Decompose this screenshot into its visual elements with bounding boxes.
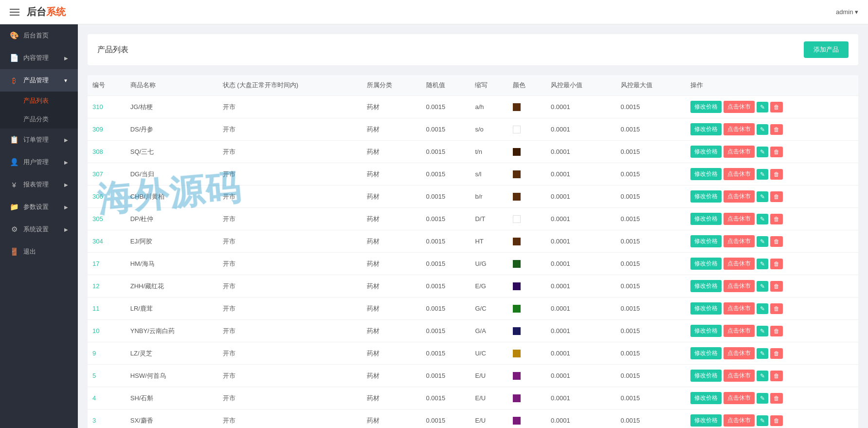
edit-price-button[interactable]: 修改价格 bbox=[690, 258, 722, 270]
edit-price-button[interactable]: 修改价格 bbox=[690, 414, 722, 427]
pause-button[interactable]: 点击休市 bbox=[723, 370, 755, 382]
delete-icon-button[interactable]: 🗑 bbox=[770, 348, 783, 359]
edit-icon-button[interactable]: ✎ bbox=[757, 415, 768, 426]
pause-button[interactable]: 点击休市 bbox=[723, 392, 755, 404]
product-id-link[interactable]: 11 bbox=[92, 305, 99, 312]
edit-icon-button[interactable]: ✎ bbox=[757, 281, 768, 292]
edit-price-button[interactable]: 修改价格 bbox=[690, 347, 722, 359]
product-id-link[interactable]: 306 bbox=[92, 193, 103, 200]
sidebar-item-product-category[interactable]: 产品分类 bbox=[0, 110, 78, 129]
pause-button[interactable]: 点击休市 bbox=[723, 258, 755, 270]
pause-button[interactable]: 点击休市 bbox=[723, 168, 755, 180]
user-menu[interactable]: admin ▾ bbox=[836, 8, 858, 16]
product-id-link[interactable]: 17 bbox=[92, 260, 99, 267]
edit-price-button[interactable]: 修改价格 bbox=[690, 213, 722, 225]
product-id-link[interactable]: 4 bbox=[92, 394, 96, 402]
sidebar-item-order[interactable]: 📋 订单管理 ▶ bbox=[0, 129, 78, 151]
edit-price-button[interactable]: 修改价格 bbox=[690, 370, 722, 382]
edit-price-button[interactable]: 修改价格 bbox=[690, 302, 722, 315]
edit-price-button[interactable]: 修改价格 bbox=[690, 235, 722, 247]
product-id-link[interactable]: 12 bbox=[92, 282, 99, 290]
cell-abbr: b/r bbox=[470, 186, 508, 208]
edit-price-button[interactable]: 修改价格 bbox=[690, 146, 722, 158]
cell-category: 药材 bbox=[362, 320, 421, 342]
pause-button[interactable]: 点击休市 bbox=[723, 280, 755, 292]
edit-price-button[interactable]: 修改价格 bbox=[690, 325, 722, 337]
delete-icon-button[interactable]: 🗑 bbox=[770, 303, 783, 314]
delete-icon-button[interactable]: 🗑 bbox=[770, 393, 783, 404]
edit-icon-button[interactable]: ✎ bbox=[757, 303, 768, 314]
delete-icon-button[interactable]: 🗑 bbox=[770, 371, 783, 381]
cell-abbr: U/G bbox=[470, 253, 508, 275]
product-id-link[interactable]: 310 bbox=[92, 103, 103, 111]
edit-icon-button[interactable]: ✎ bbox=[757, 236, 768, 247]
delete-icon-button[interactable]: 🗑 bbox=[770, 124, 783, 135]
product-id-link[interactable]: 10 bbox=[92, 327, 99, 335]
pause-button[interactable]: 点击休市 bbox=[723, 325, 755, 337]
edit-icon-button[interactable]: ✎ bbox=[757, 259, 768, 269]
system-icon: ⚙ bbox=[10, 225, 18, 234]
pause-button[interactable]: 点击休市 bbox=[723, 235, 755, 247]
delete-icon-button[interactable]: 🗑 bbox=[770, 415, 783, 426]
edit-icon-button[interactable]: ✎ bbox=[757, 348, 768, 359]
sidebar-item-product-list[interactable]: 产品列表 bbox=[0, 92, 78, 110]
product-id-link[interactable]: 305 bbox=[92, 215, 103, 223]
sidebar-item-content[interactable]: 📄 内容管理 ▶ bbox=[0, 47, 78, 69]
delete-icon-button[interactable]: 🗑 bbox=[770, 326, 783, 336]
delete-icon-button[interactable]: 🗑 bbox=[770, 191, 783, 202]
delete-icon-button[interactable]: 🗑 bbox=[770, 236, 783, 247]
pause-button[interactable]: 点击休市 bbox=[723, 302, 755, 315]
product-id-link[interactable]: 304 bbox=[92, 238, 103, 245]
edit-price-button[interactable]: 修改价格 bbox=[690, 123, 722, 135]
pause-button[interactable]: 点击休市 bbox=[723, 146, 755, 158]
edit-price-button[interactable]: 修改价格 bbox=[690, 280, 722, 292]
edit-price-button[interactable]: 修改价格 bbox=[690, 101, 722, 113]
pause-button[interactable]: 点击休市 bbox=[723, 347, 755, 359]
cell-category: 药材 bbox=[362, 409, 421, 428]
pause-button[interactable]: 点击休市 bbox=[723, 414, 755, 427]
delete-icon-button[interactable]: 🗑 bbox=[770, 281, 783, 292]
edit-price-button[interactable]: 修改价格 bbox=[690, 190, 722, 203]
action-buttons: 修改价格 点击休市 ✎ 🗑 bbox=[690, 190, 853, 203]
sidebar-item-label-product: 产品管理 bbox=[23, 76, 49, 85]
edit-icon-button[interactable]: ✎ bbox=[757, 124, 768, 135]
sidebar-item-logout[interactable]: 🚪 退出 bbox=[0, 241, 78, 263]
delete-icon-button[interactable]: 🗑 bbox=[770, 214, 783, 224]
edit-icon-button[interactable]: ✎ bbox=[757, 191, 768, 202]
logo-suffix: 系统 bbox=[46, 6, 66, 17]
sidebar-item-report[interactable]: ¥ 报表管理 ▶ bbox=[0, 173, 78, 196]
edit-price-button[interactable]: 修改价格 bbox=[690, 392, 722, 404]
pause-button[interactable]: 点击休市 bbox=[723, 213, 755, 225]
edit-icon-button[interactable]: ✎ bbox=[757, 393, 768, 404]
product-id-link[interactable]: 309 bbox=[92, 126, 103, 133]
edit-icon-button[interactable]: ✎ bbox=[757, 371, 768, 381]
pause-button[interactable]: 点击休市 bbox=[723, 190, 755, 203]
color-swatch bbox=[513, 215, 521, 223]
edit-icon-button[interactable]: ✎ bbox=[757, 169, 768, 180]
delete-icon-button[interactable]: 🗑 bbox=[770, 102, 783, 112]
cell-color bbox=[508, 387, 546, 409]
edit-icon-button[interactable]: ✎ bbox=[757, 214, 768, 224]
edit-price-button[interactable]: 修改价格 bbox=[690, 168, 722, 180]
edit-icon-button[interactable]: ✎ bbox=[757, 102, 768, 112]
sidebar-item-system[interactable]: ⚙ 系统设置 ▶ bbox=[0, 218, 78, 241]
add-product-button[interactable]: 添加产品 bbox=[804, 41, 849, 58]
delete-icon-button[interactable]: 🗑 bbox=[770, 147, 783, 157]
sidebar-item-product[interactable]: ₿ 产品管理 ▼ bbox=[0, 69, 78, 92]
delete-icon-button[interactable]: 🗑 bbox=[770, 259, 783, 269]
pause-button[interactable]: 点击休市 bbox=[723, 101, 755, 113]
sidebar-item-user[interactable]: 👤 用户管理 ▶ bbox=[0, 151, 78, 173]
product-id-link[interactable]: 308 bbox=[92, 148, 103, 155]
sidebar-item-params[interactable]: 📁 参数设置 ▶ bbox=[0, 196, 78, 218]
sidebar-item-dashboard[interactable]: 🎨 后台首页 bbox=[0, 24, 78, 47]
product-id-link[interactable]: 5 bbox=[92, 372, 96, 379]
color-swatch bbox=[513, 305, 521, 313]
hamburger-button[interactable] bbox=[10, 9, 19, 16]
product-id-link[interactable]: 9 bbox=[92, 350, 96, 357]
edit-icon-button[interactable]: ✎ bbox=[757, 147, 768, 157]
product-id-link[interactable]: 3 bbox=[92, 417, 96, 424]
product-id-link[interactable]: 307 bbox=[92, 170, 103, 178]
edit-icon-button[interactable]: ✎ bbox=[757, 326, 768, 336]
pause-button[interactable]: 点击休市 bbox=[723, 123, 755, 135]
delete-icon-button[interactable]: 🗑 bbox=[770, 169, 783, 180]
